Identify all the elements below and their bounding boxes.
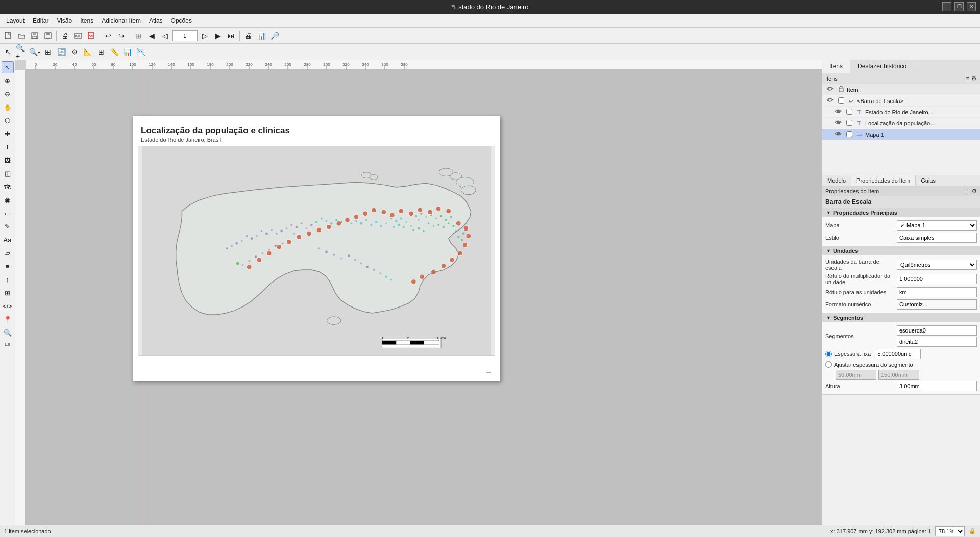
export-image-button[interactable]: IMG: [72, 30, 84, 42]
tab-propriedades[interactable]: Propriedades do Item: [851, 175, 916, 186]
item-lock-rj[interactable]: [844, 109, 855, 116]
graph-btn[interactable]: 📉: [135, 46, 147, 58]
menu-item-visão[interactable]: Visão: [53, 16, 76, 26]
section-main-props-title[interactable]: ▼ Propriedades Principais: [822, 208, 980, 217]
item-lock-mapa1[interactable]: [844, 131, 855, 138]
zoom-next2-button[interactable]: ▶: [212, 30, 224, 42]
menu-item-atlas[interactable]: Atlas: [145, 16, 167, 26]
close-button[interactable]: ✕: [967, 2, 976, 11]
section-units-title[interactable]: ▼ Unidades: [822, 246, 980, 255]
item-lock-scalebar[interactable]: [836, 97, 847, 105]
menu-item-itens[interactable]: Itens: [76, 16, 97, 26]
chart2-btn[interactable]: 📊: [121, 46, 134, 58]
export-pdf-button[interactable]: PDF: [85, 30, 97, 42]
item-row-rj[interactable]: T Estado do Rio de Janeiro,...: [822, 107, 980, 118]
rect-left[interactable]: ▭: [2, 207, 14, 219]
item-lock-cb-scalebar[interactable]: [838, 97, 844, 104]
items-collapse-btn[interactable]: ≡: [966, 75, 969, 82]
edit-left[interactable]: ✎: [2, 220, 14, 233]
save-button[interactable]: [29, 30, 41, 42]
tab-history[interactable]: Desfazer histórico: [850, 60, 914, 73]
prop-unit-select[interactable]: Quilômetros: [897, 260, 977, 270]
legend-left[interactable]: ≡: [2, 260, 14, 272]
item-lock-cb-rj[interactable]: [846, 109, 852, 115]
zoom-full-button[interactable]: ⊞: [132, 30, 144, 42]
zoom-select[interactable]: 78.1% 25% 50% 75% 100% 150%: [935, 526, 965, 536]
item-row-mapa1[interactable]: ▭ Mapa 1: [822, 129, 980, 140]
tab-guias[interactable]: Guias: [916, 175, 941, 186]
attribute-table-left[interactable]: ⊞: [2, 287, 14, 299]
zoom-extent-button[interactable]: 🔎: [268, 30, 281, 42]
zoom-next3-button[interactable]: ⏭: [225, 30, 237, 42]
tab-items[interactable]: Itens: [822, 60, 850, 73]
text-tool-left[interactable]: T: [2, 141, 14, 153]
pointer-tool[interactable]: ↖: [2, 61, 14, 73]
prop-unit-label-input[interactable]: [897, 287, 977, 297]
undo-button[interactable]: ↩: [102, 30, 114, 42]
zoom-in-left[interactable]: ⊕: [2, 74, 14, 87]
item-eye-rj[interactable]: [832, 108, 844, 116]
prop-mapa-select[interactable]: ✓ Mapa 1: [897, 220, 977, 231]
props-settings-btn[interactable]: ⚙: [972, 188, 977, 194]
item-lock-cb-pop[interactable]: [846, 120, 852, 126]
prop-height-input[interactable]: [897, 381, 977, 391]
html-left[interactable]: </>: [2, 300, 14, 312]
item-row-scalebar[interactable]: ⏥ <Barra de Escala>: [822, 95, 980, 107]
prop-adjust-min[interactable]: [836, 370, 876, 380]
prop-fixed-thickness-input[interactable]: [875, 349, 921, 359]
zoom-out-btn[interactable]: 🔍-: [29, 46, 41, 58]
redo-button[interactable]: ↪: [115, 30, 128, 42]
menu-item-editar[interactable]: Editar: [29, 16, 53, 26]
canvas-content[interactable]: Localização da população e clínicas Esta…: [26, 70, 822, 525]
menu-item-adicionar-item[interactable]: Adicionar Item: [97, 16, 145, 26]
item-lock-pop[interactable]: [844, 120, 855, 127]
tab-modelo[interactable]: Modelo: [822, 175, 851, 186]
prop-numeric-format-btn[interactable]: Customiz...: [897, 299, 977, 310]
map-left[interactable]: 🗺: [2, 181, 14, 193]
prop-seg-left-input[interactable]: [897, 325, 977, 336]
snap-btn[interactable]: 📐: [82, 46, 94, 58]
scale-bar-left[interactable]: ⏥: [2, 247, 14, 259]
prop-estilo-input[interactable]: [897, 233, 977, 243]
saveas-button[interactable]: as: [42, 30, 54, 42]
add-item[interactable]: ✚: [2, 127, 14, 140]
menu-item-opções[interactable]: Opções: [167, 16, 196, 26]
maximize-button[interactable]: ❐: [954, 2, 964, 11]
prop-seg-right-input[interactable]: [897, 337, 977, 347]
section-segments-title[interactable]: ▼ Segmentos: [822, 313, 980, 322]
items-settings-btn[interactable]: ⚙: [971, 75, 977, 82]
prop-adjust-max[interactable]: [878, 370, 919, 380]
minimize-button[interactable]: —: [942, 2, 951, 11]
pin-left[interactable]: 📍: [2, 313, 14, 325]
search-left[interactable]: 🔍: [2, 326, 14, 339]
prop-fixed-thickness-radio[interactable]: [825, 351, 832, 357]
item-eye-pop[interactable]: [832, 119, 844, 127]
image-tool-left[interactable]: 🖼: [2, 154, 14, 166]
select-tool-btn[interactable]: ↖: [2, 46, 14, 58]
zoom-out-left[interactable]: ⊖: [2, 88, 14, 100]
prop-multiplier-input[interactable]: [897, 274, 977, 284]
zoom-next-button[interactable]: ▷: [199, 30, 211, 42]
page-input[interactable]: [172, 30, 198, 41]
item-eye-mapa1[interactable]: [832, 131, 844, 138]
item-row-pop[interactable]: T Localização da população....: [822, 118, 980, 129]
item-eye-scalebar[interactable]: [824, 97, 836, 105]
print-button[interactable]: 🖨: [59, 30, 71, 42]
font-left[interactable]: Aa: [2, 234, 14, 246]
pan-left[interactable]: ✋: [2, 101, 14, 113]
zoom-prev2-button[interactable]: ◁: [159, 30, 171, 42]
prop-adjust-radio[interactable]: [825, 361, 832, 368]
grid-btn[interactable]: ⊞: [95, 46, 107, 58]
add-polygon[interactable]: ⬡: [2, 114, 14, 126]
item-lock-cb-mapa1[interactable]: [846, 131, 852, 137]
props-collapse-btn[interactable]: ≡: [967, 188, 970, 194]
chart-button[interactable]: 📊: [255, 30, 267, 42]
menu-item-layout[interactable]: Layout: [2, 16, 29, 26]
settings-btn[interactable]: ⚙: [68, 46, 81, 58]
north-arrow-left[interactable]: ↑: [2, 273, 14, 286]
zoom-prev-button[interactable]: ◀: [145, 30, 158, 42]
refresh-btn[interactable]: 🔄: [55, 46, 67, 58]
open-button[interactable]: [15, 30, 28, 42]
new-button[interactable]: [2, 30, 14, 42]
measure-btn[interactable]: 📏: [108, 46, 120, 58]
